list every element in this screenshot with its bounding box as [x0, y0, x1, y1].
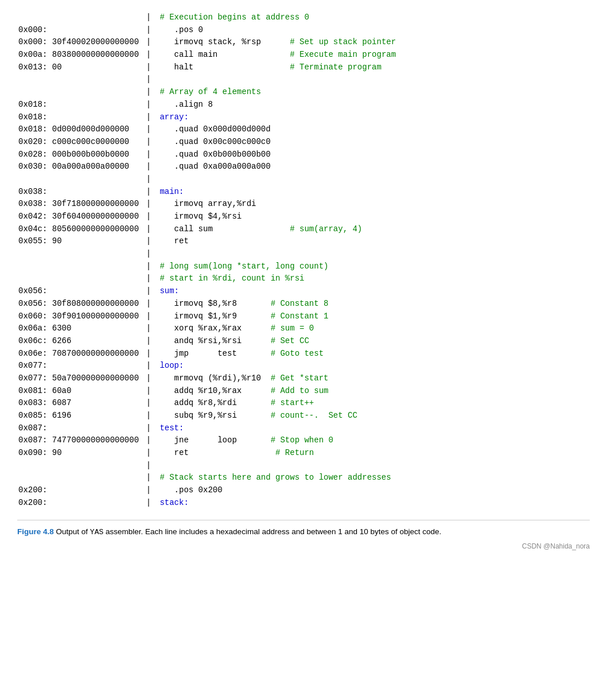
table-row: |: [17, 173, 590, 186]
address-cell: 0x000: 30f400020000000000: [17, 36, 143, 49]
pipe-cell: |: [143, 36, 154, 49]
address-cell: 0x083: 6087: [17, 397, 143, 410]
table-row: | # Stack starts here and grows to lower…: [17, 472, 590, 484]
address-cell: 0x06e: 708700000000000000: [17, 348, 143, 360]
code-cell: .pos 0x200: [154, 484, 590, 497]
pipe-cell: |: [143, 198, 154, 211]
pipe-cell: |: [143, 422, 154, 435]
pipe-cell: |: [143, 73, 154, 86]
pipe-cell: |: [143, 61, 154, 74]
code-cell: jmp test # Goto test: [154, 348, 590, 360]
code-cell: [154, 460, 590, 472]
code-cell: irmovq $4,%rsi: [154, 211, 590, 223]
code-cell: test:: [154, 422, 590, 435]
table-row: | # Array of 4 elements: [17, 86, 590, 99]
table-row: 0x000: 30f400020000000000| irmovq stack,…: [17, 36, 590, 49]
code-cell: subq %r9,%rsi # count--. Set CC: [154, 410, 590, 422]
pipe-cell: |: [143, 161, 154, 173]
pipe-cell: |: [143, 410, 154, 422]
table-row: 0x083: 6087| addq %r8,%rdi # start++: [17, 397, 590, 410]
address-cell: [17, 173, 143, 186]
address-cell: 0x085: 6196: [17, 410, 143, 422]
code-cell: addq %r10,%rax # Add to sum: [154, 385, 590, 398]
code-cell: halt # Terminate program: [154, 61, 590, 74]
table-row: 0x077:| loop:: [17, 360, 590, 372]
table-row: 0x04c: 805600000000000000| call sum # su…: [17, 223, 590, 236]
code-cell: stack:: [154, 497, 590, 510]
address-cell: 0x042: 30f604000000000000: [17, 211, 143, 223]
address-cell: [17, 11, 143, 24]
address-cell: [17, 86, 143, 99]
pipe-cell: |: [143, 360, 154, 372]
caption-text: Output of: [54, 527, 90, 536]
table-row: 0x200:| stack:: [17, 497, 590, 510]
pipe-cell: |: [143, 173, 154, 186]
table-row: | # long sum(long *start, long count): [17, 260, 590, 273]
code-cell: # Array of 4 elements: [154, 86, 590, 99]
pipe-cell: |: [143, 86, 154, 99]
table-row: 0x200:| .pos 0x200: [17, 484, 590, 497]
code-cell: [154, 73, 590, 86]
code-cell: xorq %rax,%rax # sum = 0: [154, 322, 590, 335]
address-cell: 0x056: 30f808000000000000: [17, 298, 143, 310]
watermark: CSDN @Nahida_nora: [17, 542, 590, 550]
pipe-cell: |: [143, 335, 154, 348]
code-cell: [154, 173, 590, 186]
pipe-cell: |: [143, 149, 154, 161]
table-row: 0x087:| test:: [17, 422, 590, 435]
table-row: 0x085: 6196| subq %r9,%rsi # count--. Se…: [17, 410, 590, 422]
pipe-cell: |: [143, 99, 154, 111]
address-cell: 0x013: 00: [17, 61, 143, 74]
code-cell: array:: [154, 111, 590, 124]
pipe-cell: |: [143, 123, 154, 136]
code-table: | # Execution begins at address 00x000:|…: [17, 11, 590, 510]
table-row: 0x038:| main:: [17, 186, 590, 199]
table-row: 0x06a: 6300| xorq %rax,%rax # sum = 0: [17, 322, 590, 335]
code-cell: # Execution begins at address 0: [154, 11, 590, 24]
code-cell: .quad 0x00c000c000c0: [154, 136, 590, 149]
pipe-cell: |: [143, 298, 154, 310]
table-row: 0x056:| sum:: [17, 285, 590, 298]
pipe-cell: |: [143, 111, 154, 124]
pipe-cell: |: [143, 136, 154, 149]
table-row: 0x060: 30f901000000000000| irmovq $1,%r9…: [17, 310, 590, 323]
code-cell: .align 8: [154, 99, 590, 111]
pipe-cell: |: [143, 260, 154, 273]
table-row: 0x018:| .align 8: [17, 99, 590, 111]
caption-keyword: YAS: [90, 528, 103, 536]
pipe-cell: |: [143, 273, 154, 285]
address-cell: 0x087: 747700000000000000: [17, 434, 143, 447]
table-row: 0x087: 747700000000000000| jne loop # St…: [17, 434, 590, 447]
address-cell: 0x056:: [17, 285, 143, 298]
code-cell: call sum # sum(array, 4): [154, 223, 590, 236]
pipe-cell: |: [143, 385, 154, 398]
code-cell: irmovq array,%rdi: [154, 198, 590, 211]
address-cell: 0x038:: [17, 186, 143, 199]
address-cell: 0x200:: [17, 497, 143, 510]
table-row: 0x090: 90| ret # Return: [17, 447, 590, 460]
figure-caption: Figure 4.8 Output of YAS assembler. Each…: [17, 520, 590, 538]
code-cell: sum:: [154, 285, 590, 298]
table-row: 0x00a: 803800000000000000| call main # E…: [17, 49, 590, 61]
address-cell: 0x090: 90: [17, 447, 143, 460]
address-cell: 0x060: 30f901000000000000: [17, 310, 143, 323]
code-cell: mrmovq (%rdi),%r10 # Get *start: [154, 372, 590, 385]
code-cell: # Stack starts here and grows to lower a…: [154, 472, 590, 484]
address-cell: 0x06c: 6266: [17, 335, 143, 348]
pipe-cell: |: [143, 310, 154, 323]
address-cell: 0x06a: 6300: [17, 322, 143, 335]
pipe-cell: |: [143, 49, 154, 61]
address-cell: 0x018:: [17, 111, 143, 124]
address-cell: 0x028: 000b000b000b0000: [17, 149, 143, 161]
table-row: | # Execution begins at address 0: [17, 11, 590, 24]
pipe-cell: |: [143, 235, 154, 248]
table-row: |: [17, 460, 590, 472]
code-cell: irmovq $8,%r8 # Constant 8: [154, 298, 590, 310]
code-cell: call main # Execute main program: [154, 49, 590, 61]
address-cell: 0x00a: 803800000000000000: [17, 49, 143, 61]
code-cell: # start in %rdi, count in %rsi: [154, 273, 590, 285]
address-cell: 0x030: 00a000a000a00000: [17, 161, 143, 173]
table-row: 0x06e: 708700000000000000| jmp test # Go…: [17, 348, 590, 360]
address-cell: [17, 73, 143, 86]
pipe-cell: |: [143, 372, 154, 385]
